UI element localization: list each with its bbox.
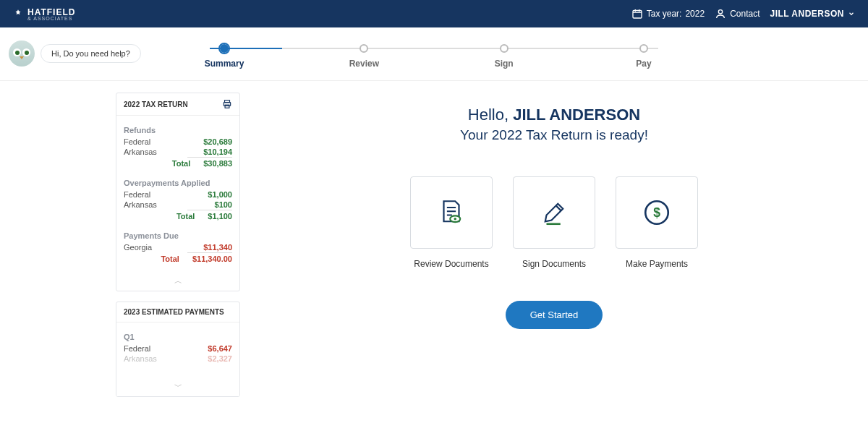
print-icon[interactable]: [222, 99, 232, 109]
card-sign-documents[interactable]: Sign Documents: [513, 176, 595, 269]
progress-bar-section: Hi, Do you need help? Summary Review Sig…: [0, 27, 868, 81]
overpay-row: Federal$1,000: [124, 189, 232, 200]
svg-point-1: [718, 10, 722, 14]
step-review[interactable]: Review: [342, 44, 386, 69]
hello-heading: Hello, JILL ANDERSON: [269, 106, 839, 124]
step-summary[interactable]: Summary: [203, 44, 246, 69]
refund-row: Arkansas$10,194: [124, 147, 232, 157]
svg-text:$: $: [653, 205, 660, 220]
svg-rect-0: [633, 10, 642, 18]
main-content: Hello, JILL ANDERSON Your 2022 Tax Retur…: [240, 93, 868, 407]
tax-year-selector[interactable]: Tax year: 2022: [631, 8, 705, 20]
section-title-overpay: Overpayments Applied: [124, 179, 232, 187]
dollar-circle-icon: $: [642, 197, 672, 228]
overpay-row: Arkansas$100: [124, 200, 232, 210]
due-row: Georgia$11,340: [124, 242, 232, 252]
owl-avatar: [9, 40, 35, 67]
assistant-bubble[interactable]: Hi, Do you need help?: [41, 44, 141, 63]
assistant-widget[interactable]: Hi, Do you need help?: [9, 40, 141, 67]
panel-title: 2023 ESTIMATED PAYMENTS: [124, 308, 224, 316]
refund-total: Total$30,883: [124, 158, 232, 168]
quarter-label: Q1: [124, 333, 232, 341]
section-title-refunds: Refunds: [124, 126, 232, 134]
step-dot: [220, 44, 229, 53]
user-menu[interactable]: JILL ANDERSON: [770, 9, 855, 19]
estimate-row: Federal$6,647: [124, 343, 232, 354]
expand-toggle[interactable]: ﹀: [116, 377, 239, 396]
top-bar: HATFIELD & ASSOCIATES Tax year: 2022 Con…: [0, 0, 868, 27]
contact-link[interactable]: Contact: [715, 8, 760, 20]
step-dot: [359, 44, 368, 53]
step-sign[interactable]: Sign: [482, 44, 526, 69]
estimated-payments-panel: 2023 ESTIMATED PAYMENTS Q1 Federal$6,647…: [116, 302, 240, 397]
overpay-total: Total$1,100: [124, 211, 232, 221]
tax-return-panel: 2022 TAX RETURN Refunds Federal$20,689 A…: [116, 93, 240, 291]
calendar-icon: [631, 8, 643, 20]
get-started-button[interactable]: Get Started: [506, 301, 603, 329]
step-pay[interactable]: Pay: [622, 44, 665, 69]
document-eye-icon: [436, 197, 467, 228]
sidebar: 2022 TAX RETURN Refunds Federal$20,689 A…: [116, 93, 240, 407]
step-dot: [500, 44, 509, 53]
person-icon: [715, 8, 726, 20]
estimate-row: Arkansas$2,327: [124, 354, 232, 364]
brand-subtitle: & ASSOCIATES: [27, 16, 75, 21]
refund-row: Federal$20,689: [124, 137, 232, 147]
pen-sign-icon: [539, 197, 569, 228]
step-dot: [639, 44, 648, 53]
panel-title: 2022 TAX RETURN: [124, 101, 188, 108]
section-title-due: Payments Due: [124, 231, 232, 240]
collapse-toggle[interactable]: ︿: [116, 271, 239, 291]
due-total: Total$11,340.00: [124, 254, 232, 264]
ready-text: Your 2022 Tax Return is ready!: [269, 127, 839, 143]
chevron-down-icon: [848, 10, 855, 17]
brand-logo: HATFIELD & ASSOCIATES: [13, 7, 75, 21]
card-review-documents[interactable]: Review Documents: [410, 176, 493, 269]
svg-point-6: [454, 218, 457, 221]
card-make-payments[interactable]: $ Make Payments: [616, 176, 698, 269]
